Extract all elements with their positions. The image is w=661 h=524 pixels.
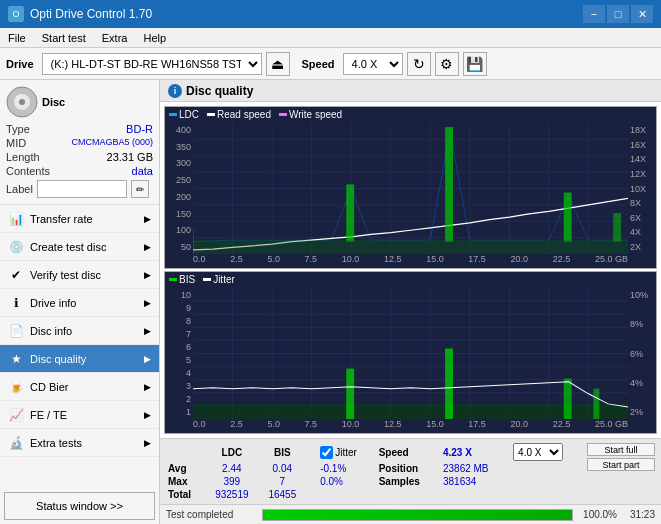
nav-extra-tests-label: Extra tests	[30, 437, 82, 449]
svg-rect-26	[193, 240, 628, 254]
avg-ldc: 2.44	[205, 462, 259, 475]
stats-speed-header: Speed	[375, 442, 439, 462]
disc-section: Disc Type BD-R MID CMCMAGBA5 (000) Lengt…	[0, 80, 159, 205]
verify-test-disc-icon: ✔	[8, 267, 24, 283]
eject-button[interactable]: ⏏	[266, 52, 290, 76]
svg-rect-48	[445, 348, 453, 419]
svg-rect-25	[613, 213, 621, 242]
label-input[interactable]	[37, 180, 127, 198]
label-label: Label	[6, 183, 33, 195]
nav-extra-tests[interactable]: 🔬 Extra tests ▶	[0, 429, 159, 457]
progress-bar-fill	[263, 510, 572, 520]
jitter-checkbox[interactable]	[320, 446, 333, 459]
label-edit-button[interactable]: ✏	[131, 180, 149, 198]
disc-title: Disc	[42, 96, 65, 108]
nav-disc-info-label: Disc info	[30, 325, 72, 337]
svg-rect-47	[346, 369, 354, 419]
start-part-button[interactable]: Start part	[587, 458, 655, 471]
start-full-button[interactable]: Start full	[587, 443, 655, 456]
nav-arrow-3: ▶	[144, 270, 151, 280]
length-row: Length 23.31 GB	[6, 150, 153, 164]
chart-header-icon: i	[168, 84, 182, 98]
menu-help[interactable]: Help	[135, 30, 174, 46]
avg-jitter: -0.1%	[316, 462, 374, 475]
drive-select[interactable]: (K:) HL-DT-ST BD-RE WH16NS58 TST4	[42, 53, 262, 75]
create-test-disc-icon: 💿	[8, 239, 24, 255]
bottom-x-labels: 0.0 2.5 5.0 7.5 10.0 12.5 15.0 17.5 20.0…	[193, 419, 628, 433]
jitter-label-chart: Jitter	[213, 274, 235, 285]
svg-rect-46	[193, 404, 628, 419]
refresh-button[interactable]: ↻	[407, 52, 431, 76]
legend-read: Read speed	[207, 109, 271, 120]
status-text: Test completed	[166, 509, 256, 520]
legend-bis: BIS	[169, 274, 195, 285]
position-value: 23862 MB	[439, 462, 509, 475]
max-label: Max	[164, 475, 205, 488]
top-chart-legend: LDC Read speed Write speed	[169, 109, 342, 120]
settings-button[interactable]: ⚙	[435, 52, 459, 76]
menu-extra[interactable]: Extra	[94, 30, 136, 46]
nav-drive-info[interactable]: ℹ Drive info ▶	[0, 289, 159, 317]
bottom-chart: BIS Jitter 10 9 8 7 6 5 4 3	[164, 271, 657, 434]
status-window-button[interactable]: Status window >>	[4, 492, 155, 520]
nav-arrow: ▶	[144, 214, 151, 224]
minimize-button[interactable]: −	[583, 5, 605, 23]
stats-area: LDC BIS Jitter Speed 4.23 X 4.0 X	[160, 438, 661, 504]
nav-arrow-2: ▶	[144, 242, 151, 252]
nav-cd-bier[interactable]: 🍺 CD Bier ▶	[0, 373, 159, 401]
jitter-check-label: Jitter	[335, 447, 357, 458]
position-label: Position	[375, 462, 439, 475]
titlebar-controls[interactable]: − □ ✕	[583, 5, 653, 23]
nav-disc-info[interactable]: 📄 Disc info ▶	[0, 317, 159, 345]
close-button[interactable]: ✕	[631, 5, 653, 23]
svg-rect-24	[564, 193, 572, 242]
nav-verify-test-disc[interactable]: ✔ Verify test disc ▶	[0, 261, 159, 289]
mid-label: MID	[6, 137, 26, 149]
nav-fe-te-label: FE / TE	[30, 409, 67, 421]
disc-quality-icon: ★	[8, 351, 24, 367]
svg-rect-22	[346, 184, 354, 241]
svg-rect-50	[593, 389, 599, 419]
stats-speed-value: 4.23 X	[439, 442, 509, 462]
bottom-chart-svg	[193, 288, 628, 419]
stats-speed-select[interactable]: 4.0 X	[513, 443, 563, 461]
speed-select[interactable]: 4.0 X	[343, 53, 403, 75]
drive-label: Drive	[6, 58, 34, 70]
save-button[interactable]: 💾	[463, 52, 487, 76]
stats-table: LDC BIS Jitter Speed 4.23 X 4.0 X	[164, 442, 657, 501]
nav-fe-te[interactable]: 📈 FE / TE ▶	[0, 401, 159, 429]
bottom-chart-legend: BIS Jitter	[169, 274, 235, 285]
main-area: Disc Type BD-R MID CMCMAGBA5 (000) Lengt…	[0, 80, 661, 524]
transfer-rate-icon: 📊	[8, 211, 24, 227]
mid-value: CMCMAGBA5 (000)	[71, 137, 153, 149]
legend-jitter: Jitter	[203, 274, 235, 285]
menubar: File Start test Extra Help	[0, 28, 661, 48]
nav-verify-test-disc-label: Verify test disc	[30, 269, 101, 281]
nav-create-test-disc[interactable]: 💿 Create test disc ▶	[0, 233, 159, 261]
fe-te-icon: 📈	[8, 407, 24, 423]
nav-transfer-rate[interactable]: 📊 Transfer rate ▶	[0, 205, 159, 233]
label-row: Label ✏	[6, 180, 153, 198]
avg-bis: 0.04	[259, 462, 306, 475]
speed-label: Speed	[302, 58, 335, 70]
contents-label: Contents	[6, 165, 50, 177]
length-value: 23.31 GB	[107, 151, 153, 163]
bottom-y-left: 10 9 8 7 6 5 4 3 2 1	[165, 288, 193, 419]
left-panel: Disc Type BD-R MID CMCMAGBA5 (000) Lengt…	[0, 80, 160, 524]
right-panel: i Disc quality LDC Read speed	[160, 80, 661, 524]
menu-file[interactable]: File	[0, 30, 34, 46]
extra-tests-icon: 🔬	[8, 435, 24, 451]
ldc-color	[169, 113, 177, 116]
charts-area: LDC Read speed Write speed 400 350 30	[160, 102, 661, 438]
progress-bar-container	[262, 509, 573, 521]
menu-start-test[interactable]: Start test	[34, 30, 94, 46]
top-x-labels: 0.0 2.5 5.0 7.5 10.0 12.5 15.0 17.5 20.0…	[193, 254, 628, 268]
nav-disc-quality[interactable]: ★ Disc quality ▶	[0, 345, 159, 373]
maximize-button[interactable]: □	[607, 5, 629, 23]
type-row: Type BD-R	[6, 122, 153, 136]
jitter-checkbox-label[interactable]: Jitter	[320, 446, 370, 459]
nav-drive-info-label: Drive info	[30, 297, 76, 309]
contents-value: data	[132, 165, 153, 177]
top-y-right: 18X 16X 14X 12X 10X 8X 6X 4X 2X	[628, 123, 656, 254]
length-label: Length	[6, 151, 40, 163]
